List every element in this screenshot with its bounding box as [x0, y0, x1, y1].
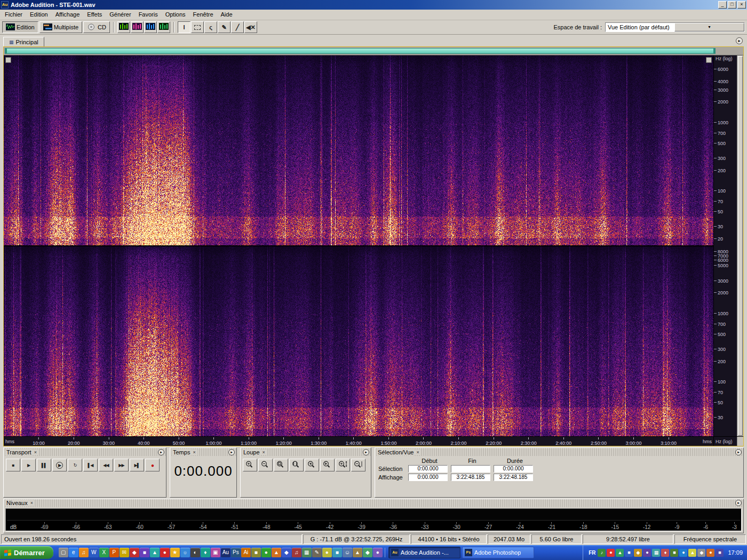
- quicklaunch-icon[interactable]: ▲: [353, 548, 362, 557]
- quicklaunch-icon[interactable]: ●: [322, 548, 332, 557]
- frequency-ruler[interactable]: Hz (log) 6000400030002000100070050030020…: [713, 55, 737, 436]
- tray-icon[interactable]: ▲: [616, 549, 624, 557]
- close-panel-icon[interactable]: ×: [261, 450, 267, 455]
- spectral-phase-view-button[interactable]: [157, 21, 170, 33]
- menu-fene-tre[interactable]: Fenêtre: [189, 10, 217, 19]
- panel-menu-icon[interactable]: ▸: [228, 449, 235, 455]
- tray-icon[interactable]: ♪: [598, 549, 606, 557]
- panel-menu-button[interactable]: ▸: [736, 37, 743, 44]
- play-from-cursor-button[interactable]: ▶: [52, 459, 67, 471]
- zoom-to-selection-button[interactable]: [289, 459, 304, 471]
- tray-icon[interactable]: ●: [706, 549, 714, 557]
- value-field[interactable]: 0:00.000: [408, 465, 448, 473]
- combo-arrow-icon[interactable]: ▼: [674, 23, 744, 31]
- value-field[interactable]: 0:00.000: [408, 474, 448, 481]
- effects-paintbrush-tool[interactable]: ✎: [218, 21, 231, 33]
- quicklaunch-icon[interactable]: ▲: [272, 548, 281, 557]
- menu-aide[interactable]: Aide: [217, 10, 236, 19]
- quicklaunch-icon[interactable]: ♦: [201, 548, 210, 557]
- tab-principal[interactable]: ▦ Principal: [3, 37, 44, 46]
- panel-menu-icon[interactable]: ▸: [363, 449, 369, 455]
- panel-menu-icon[interactable]: ▸: [735, 449, 742, 455]
- panel-menu-icon[interactable]: ▸: [158, 449, 164, 455]
- quicklaunch-icon[interactable]: Ai: [241, 548, 251, 557]
- mode-edition-button[interactable]: Edition: [2, 21, 38, 33]
- close-button[interactable]: ×: [737, 1, 746, 9]
- quicklaunch-icon[interactable]: Au: [221, 548, 231, 557]
- menu-fichier[interactable]: Fichier: [1, 10, 26, 19]
- zoom-out-horizontal-button[interactable]: [258, 459, 273, 471]
- quicklaunch-icon[interactable]: ▲: [150, 548, 160, 557]
- play-button[interactable]: ▶: [21, 459, 36, 471]
- lasso-selection-tool[interactable]: ς: [204, 21, 217, 33]
- record-button[interactable]: ●: [145, 459, 160, 471]
- quicklaunch-icon[interactable]: W: [89, 548, 99, 557]
- tray-icon[interactable]: ■: [625, 549, 633, 557]
- play-looped-button[interactable]: ↻: [68, 459, 82, 471]
- tray-icon[interactable]: ■: [716, 549, 724, 557]
- vertical-scrollbar[interactable]: [737, 55, 743, 436]
- quicklaunch-icon[interactable]: P: [109, 548, 119, 557]
- quicklaunch-icon[interactable]: ▢: [59, 548, 68, 557]
- mode-cd-button[interactable]: CD: [83, 21, 110, 33]
- go-to-end-button[interactable]: ▶▌: [130, 459, 144, 471]
- marquee-selection-tool[interactable]: [191, 21, 204, 33]
- pause-button[interactable]: ▌▌: [37, 459, 51, 471]
- quicklaunch-icon[interactable]: X: [99, 548, 109, 557]
- vertical-scrollbar-thumb[interactable]: [738, 56, 743, 436]
- zoom-out-vertical-button[interactable]: [351, 459, 365, 471]
- time-selection-tool[interactable]: I: [178, 21, 190, 33]
- quicklaunch-icon[interactable]: ◐: [190, 548, 200, 557]
- mode-multipiste-button[interactable]: Multipiste: [39, 21, 82, 33]
- rewind-button[interactable]: ◀◀: [99, 459, 113, 471]
- spectral-pan-view-button[interactable]: [144, 21, 157, 33]
- maximize-button[interactable]: □: [728, 1, 736, 9]
- quicklaunch-icon[interactable]: ●: [160, 548, 170, 557]
- tray-icon[interactable]: ♦: [661, 549, 669, 557]
- close-panel-icon[interactable]: ×: [33, 450, 38, 455]
- quicklaunch-icon[interactable]: ◆: [130, 548, 139, 557]
- panel-menu-icon[interactable]: ▸: [735, 500, 742, 506]
- fast-forward-button[interactable]: ▶▶: [114, 459, 129, 471]
- quicklaunch-icon[interactable]: ☺: [343, 548, 352, 557]
- quicklaunch-icon[interactable]: ♫: [292, 548, 301, 557]
- quicklaunch-icon[interactable]: ☼: [180, 548, 190, 557]
- menu-effets[interactable]: Effets: [83, 10, 106, 19]
- spectrogram-right-channel[interactable]: [4, 246, 713, 436]
- taskbar-clock[interactable]: 17:09: [728, 549, 743, 556]
- value-field[interactable]: 3:22:48.185: [451, 474, 490, 481]
- quicklaunch-icon[interactable]: ●: [261, 548, 271, 557]
- tray-icon[interactable]: ●: [643, 549, 651, 557]
- tray-icon[interactable]: ▲: [688, 549, 696, 557]
- zoom-right-edge-selection-button[interactable]: [320, 459, 335, 471]
- spectrogram-left-channel[interactable]: [4, 55, 713, 245]
- taskbar-task-adobe-audition[interactable]: AuAdobe Audition -...: [388, 547, 460, 558]
- quicklaunch-icon[interactable]: ★: [170, 548, 180, 557]
- tray-icon[interactable]: ▦: [652, 549, 660, 557]
- taskbar-task-adobe-photoshop[interactable]: PsAdobe Photoshop: [462, 547, 534, 558]
- timeline-ruler[interactable]: hmshms10:0020:0030:0040:0050:001:00:001:…: [4, 437, 713, 446]
- tray-icon[interactable]: ●: [607, 549, 615, 557]
- zoom-full-button[interactable]: [274, 459, 288, 471]
- spectral-view-button[interactable]: [131, 21, 144, 33]
- stop-button[interactable]: ■: [6, 459, 20, 471]
- zoom-in-vertical-button[interactable]: [336, 459, 350, 471]
- quicklaunch-icon[interactable]: ◆: [363, 548, 372, 557]
- level-meter-bar[interactable]: [7, 510, 740, 521]
- workspace-combobox[interactable]: Vue Edition (par défaut) ▼: [605, 22, 745, 32]
- menu-options[interactable]: Options: [162, 10, 189, 19]
- tray-icon[interactable]: ◆: [634, 549, 642, 557]
- quicklaunch-icon[interactable]: ■: [332, 548, 342, 557]
- pencil-tool[interactable]: ╱: [231, 21, 244, 33]
- tray-icon[interactable]: ◆: [697, 549, 705, 557]
- tray-language-indicator[interactable]: FR: [587, 550, 597, 556]
- quicklaunch-icon[interactable]: ✉: [120, 548, 129, 557]
- quicklaunch-icon[interactable]: ●: [373, 548, 383, 557]
- tray-icon[interactable]: ●: [679, 549, 687, 557]
- value-field[interactable]: 3:22:48.185: [494, 474, 533, 481]
- quicklaunch-icon[interactable]: Ps: [231, 548, 241, 557]
- quicklaunch-icon[interactable]: ■: [251, 548, 261, 557]
- zoom-in-horizontal-button[interactable]: [243, 459, 257, 471]
- value-field[interactable]: 0:00.000: [494, 465, 533, 473]
- minimize-button[interactable]: _: [718, 1, 727, 9]
